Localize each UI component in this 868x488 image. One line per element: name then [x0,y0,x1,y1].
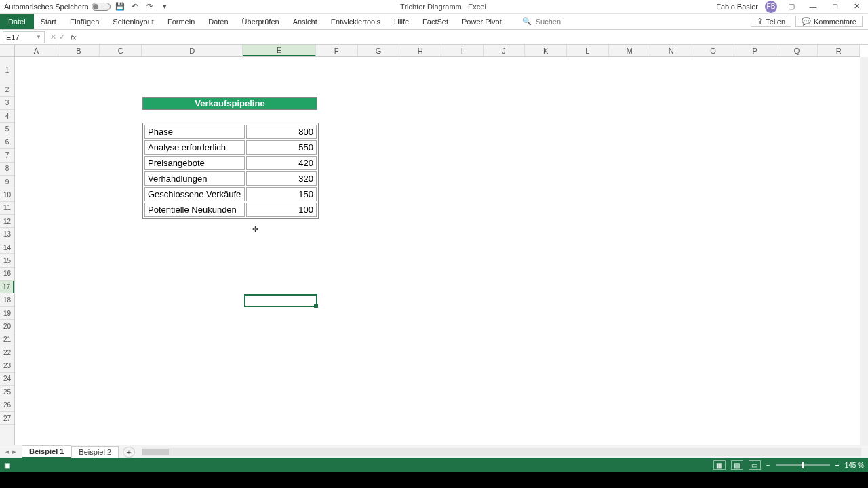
row-header-10[interactable]: 10 [0,188,14,201]
column-header-M[interactable]: M [609,45,651,56]
search-box[interactable]: 🔍 [522,14,604,29]
select-all-corner[interactable] [0,45,15,57]
sheet-nav-prev-icon[interactable]: ◂ [5,447,9,456]
tab-view[interactable]: Ansicht [286,14,324,29]
name-box[interactable]: E17 ▼ [3,31,45,43]
undo-icon[interactable]: ↶ [130,1,140,12]
row-header-2[interactable]: 2 [0,83,14,96]
zoom-in-icon[interactable]: + [835,462,840,469]
row-label[interactable]: Geschlossene Verkäufe [144,187,245,201]
column-header-C[interactable]: C [100,45,142,56]
sheet-tab-2[interactable]: Beispiel 2 [71,446,119,458]
avatar[interactable]: FB [765,1,777,13]
row-header-20[interactable]: 20 [0,320,14,333]
vertical-scrollbar[interactable] [860,57,868,445]
column-header-E[interactable]: E [243,45,315,56]
row-header-18[interactable]: 18 [0,293,14,306]
column-header-D[interactable]: D [142,45,243,56]
column-header-H[interactable]: H [399,45,441,56]
row-header-11[interactable]: 11 [0,202,14,215]
column-header-L[interactable]: L [567,45,609,56]
pagebreak-view-icon[interactable]: ▭ [749,460,761,470]
row-value[interactable]: 420 [246,156,317,170]
row-value[interactable]: 320 [246,171,317,186]
ribbon-mode-icon[interactable]: ▢ [784,1,799,13]
row-header-21[interactable]: 21 [0,333,14,346]
sheet-tab-1[interactable]: Beispiel 1 [22,445,71,458]
horizontal-scrollbar[interactable] [142,448,861,456]
column-header-K[interactable]: K [525,45,567,56]
redo-icon[interactable]: ↷ [144,1,155,12]
record-macro-icon[interactable]: ▣ [4,462,10,469]
row-header-22[interactable]: 22 [0,346,14,359]
tab-powerpivot[interactable]: Power Pivot [455,14,509,29]
column-header-O[interactable]: O [692,45,734,56]
row-header-24[interactable]: 24 [0,373,14,386]
row-header-1[interactable]: 1 [0,57,14,83]
row-header-5[interactable]: 5 [0,123,14,136]
row-header-3[interactable]: 3 [0,97,14,110]
fill-handle[interactable] [314,304,318,308]
row-header-25[interactable]: 25 [0,386,14,399]
save-icon[interactable]: 💾 [115,1,125,12]
pipeline-table[interactable]: Phase800 Analyse erforderlich550 Preisan… [142,123,319,219]
tab-pagelayout[interactable]: Seitenlayout [106,14,161,29]
normal-view-icon[interactable]: ▦ [713,460,726,470]
column-header-G[interactable]: G [358,45,400,56]
pagelayout-view-icon[interactable]: ▤ [731,460,743,470]
phase-value[interactable]: 800 [246,125,317,139]
row-header-14[interactable]: 14 [0,241,14,254]
column-header-N[interactable]: N [650,45,692,56]
formula-input[interactable] [81,31,868,43]
column-header-F[interactable]: F [316,45,358,56]
column-header-B[interactable]: B [58,45,100,56]
qat-dropdown-icon[interactable]: ▾ [159,1,170,12]
row-label[interactable]: Potentielle Neukunden [144,203,245,217]
tab-factset[interactable]: FactSet [416,14,455,29]
share-button[interactable]: ⇪ Teilen [751,16,791,27]
autosave-toggle[interactable]: Automatisches Speichern [4,3,111,11]
sheet-nav-next-icon[interactable]: ▸ [12,447,16,456]
column-header-P[interactable]: P [734,45,776,56]
row-header-26[interactable]: 26 [0,399,14,412]
column-header-R[interactable]: R [818,45,860,56]
tab-data[interactable]: Daten [201,14,235,29]
add-sheet-button[interactable]: + [123,447,135,458]
row-value[interactable]: 150 [246,187,317,201]
search-input[interactable] [536,18,604,26]
row-header-9[interactable]: 9 [0,176,14,188]
row-label[interactable]: Verhandlungen [144,171,245,186]
column-header-I[interactable]: I [441,45,484,56]
row-header-16[interactable]: 16 [0,268,14,281]
zoom-thumb[interactable] [802,462,804,468]
row-label[interactable]: Analyse erforderlich [144,140,245,155]
row-header-4[interactable]: 4 [0,110,14,123]
row-header-15[interactable]: 15 [0,254,14,267]
accept-formula-icon[interactable]: ✓ [59,33,65,41]
row-header-23[interactable]: 23 [0,359,14,372]
row-header-17[interactable]: 17 [0,281,14,293]
cells-area[interactable]: Verkaufspipeline Phase800 Analyse erford… [15,57,860,445]
zoom-out-icon[interactable]: − [766,462,770,469]
pipeline-header-cell[interactable]: Verkaufspipeline [142,97,317,110]
tab-developer[interactable]: Entwicklertools [324,14,387,29]
tab-help[interactable]: Hilfe [387,14,416,29]
row-header-27[interactable]: 27 [0,412,14,425]
row-header-13[interactable]: 13 [0,228,14,241]
close-icon[interactable]: ✕ [849,1,864,13]
phase-label[interactable]: Phase [144,125,245,139]
row-header-7[interactable]: 7 [0,149,14,162]
row-header-19[interactable]: 19 [0,307,14,320]
comments-button[interactable]: 💬 Kommentare [795,16,863,27]
row-header-8[interactable]: 8 [0,163,14,176]
column-header-Q[interactable]: Q [776,45,818,56]
scrollbar-thumb[interactable] [142,449,169,455]
row-value[interactable]: 550 [246,140,317,155]
zoom-slider[interactable] [776,464,830,466]
row-value[interactable]: 100 [246,203,317,217]
cancel-formula-icon[interactable]: ✕ [50,33,56,41]
column-header-A[interactable]: A [15,45,58,56]
tab-start[interactable]: Start [34,14,63,29]
row-header-12[interactable]: 12 [0,215,14,228]
row-header-6[interactable]: 6 [0,136,14,149]
